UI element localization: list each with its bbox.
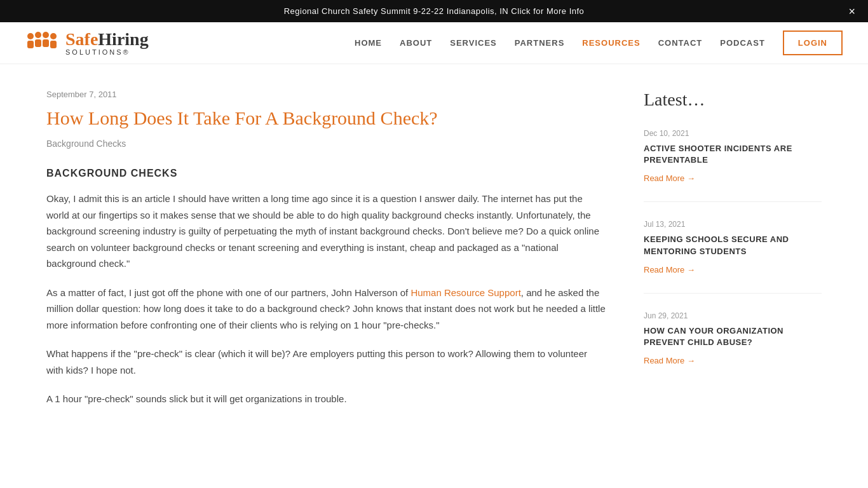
logo-icon <box>25 29 60 57</box>
header: SafeHiring SOLUTIONS® HOME ABOUT SERVICE… <box>0 22 868 64</box>
sidebar-item-1: Dec 10, 2021 ACTIVE SHOOTER INCIDENTS AR… <box>644 129 822 202</box>
svg-rect-5 <box>43 39 49 47</box>
nav-partners[interactable]: PARTNERS <box>515 38 565 48</box>
paragraph-1: Okay, I admit this is an article I shoul… <box>46 191 606 272</box>
sidebar-item-1-read-more[interactable]: Read More <box>644 173 695 183</box>
sidebar-item-2-title: KEEPING SCHOOLS SECURE AND MENTORING STU… <box>644 234 822 257</box>
logo-sub: SOLUTIONS® <box>65 48 149 56</box>
sidebar-title: Latest… <box>644 90 822 110</box>
sidebar-item-3: Jun 29, 2021 HOW CAN YOUR ORGANIZATION P… <box>644 311 822 384</box>
page-wrapper: September 7, 2011 How Long Does It Take … <box>21 64 847 445</box>
nav-resources[interactable]: RESOURCES <box>582 38 640 48</box>
nav-home[interactable]: HOME <box>355 38 382 48</box>
sidebar-item-3-title: HOW CAN YOUR ORGANIZATION PREVENT CHILD … <box>644 325 822 348</box>
svg-rect-3 <box>35 39 41 47</box>
login-button[interactable]: LOGIN <box>783 30 843 55</box>
main-nav: HOME ABOUT SERVICES PARTNERS RESOURCES C… <box>355 30 843 55</box>
sidebar-item-1-date: Dec 10, 2021 <box>644 129 822 138</box>
nav-about[interactable]: ABOUT <box>400 38 432 48</box>
banner-text: Regional Church Safety Summit 9-22-22 In… <box>284 6 585 16</box>
nav-contact[interactable]: CONTACT <box>658 38 703 48</box>
nav-services[interactable]: SERVICES <box>450 38 497 48</box>
svg-rect-1 <box>27 41 34 48</box>
sidebar-item-2-read-more[interactable]: Read More <box>644 265 695 274</box>
paragraph-2: As a matter of fact, I just got off the … <box>46 285 606 334</box>
svg-point-6 <box>50 33 57 39</box>
sidebar-item-1-title: ACTIVE SHOOTER INCIDENTS ARE PREVENTABLE <box>644 143 822 166</box>
post-category: Background Checks <box>46 139 606 149</box>
banner-close-button[interactable]: × <box>848 6 855 17</box>
sidebar-item-3-read-more[interactable]: Read More <box>644 356 695 365</box>
post-date: September 7, 2011 <box>46 90 606 99</box>
nav-podcast[interactable]: PODCAST <box>720 38 765 48</box>
sidebar: Latest… Dec 10, 2021 ACTIVE SHOOTER INCI… <box>644 90 822 420</box>
human-resource-support-link[interactable]: Human Resource Support <box>410 287 520 298</box>
post-title: How Long Does It Take For A Background C… <box>46 107 606 130</box>
paragraph-3: What happens if the "pre-check" is clear… <box>46 346 606 378</box>
paragraph-4: A 1 hour "pre-check" sounds slick but it… <box>46 391 606 407</box>
sidebar-item-2-date: Jul 13, 2021 <box>644 220 822 229</box>
svg-point-0 <box>27 33 34 39</box>
post-body: Okay, I admit this is an article I shoul… <box>46 191 606 407</box>
svg-point-2 <box>35 32 41 38</box>
top-banner: Regional Church Safety Summit 9-22-22 In… <box>0 0 868 22</box>
svg-point-4 <box>43 32 49 38</box>
section-heading: BACKGROUND CHECKS <box>46 168 606 179</box>
main-content: September 7, 2011 How Long Does It Take … <box>46 90 606 420</box>
logo-text: SafeHiring <box>65 30 149 48</box>
sidebar-item-2: Jul 13, 2021 KEEPING SCHOOLS SECURE AND … <box>644 220 822 293</box>
logo: SafeHiring SOLUTIONS® <box>25 29 149 57</box>
svg-rect-7 <box>50 41 57 48</box>
sidebar-item-3-date: Jun 29, 2021 <box>644 311 822 320</box>
